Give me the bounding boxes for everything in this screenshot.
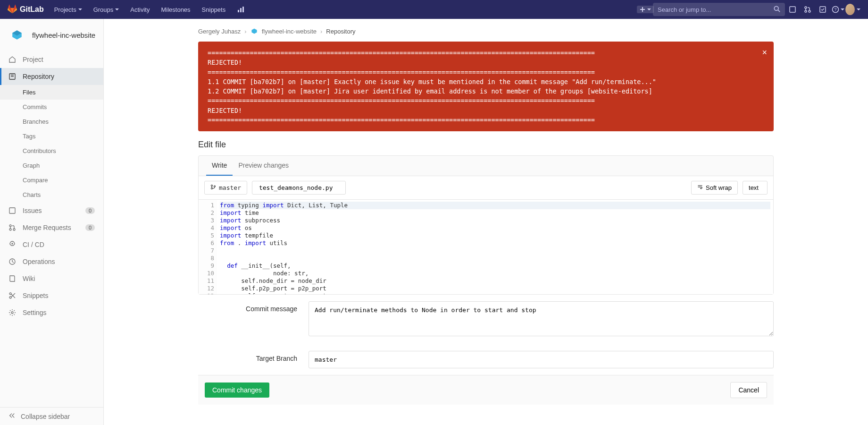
global-search[interactable] xyxy=(653,3,785,16)
sidebar-item-cicd[interactable]: CI / CD xyxy=(0,236,103,253)
nav-milestones[interactable]: Milestones xyxy=(156,0,195,19)
breadcrumb-sep: › xyxy=(244,28,246,35)
nav-snippets[interactable]: Snippets xyxy=(197,0,231,19)
sidebar: flywheel-inc-website Project Repository … xyxy=(0,19,104,425)
svg-rect-1 xyxy=(240,8,242,12)
svg-rect-7 xyxy=(790,7,795,12)
language-label: text xyxy=(749,184,759,191)
sidebar-sub-graph[interactable]: Graph xyxy=(23,158,103,173)
collapse-sidebar-button[interactable]: Collapse sidebar xyxy=(0,407,103,425)
operations-icon xyxy=(8,258,16,265)
sidebar-sub-tags[interactable]: Tags xyxy=(23,129,103,144)
search-icon xyxy=(774,6,780,14)
branch-name: master xyxy=(219,184,241,191)
merge-requests-icon[interactable] xyxy=(800,0,815,19)
sidebar-item-project[interactable]: Project xyxy=(0,51,103,68)
svg-point-19 xyxy=(9,229,11,230)
nav-analytics-icon[interactable] xyxy=(232,0,249,19)
sidebar-item-repository[interactable]: Repository xyxy=(0,68,103,85)
close-icon[interactable]: × xyxy=(762,46,767,59)
sidebar-label: Operations xyxy=(23,258,55,265)
editor-panel: Write Preview changes master Soft wrap xyxy=(198,155,774,295)
rocket-icon xyxy=(8,241,16,248)
sidebar-item-operations[interactable]: Operations xyxy=(0,253,103,270)
chevron-down-icon xyxy=(841,8,844,10)
filename-input[interactable] xyxy=(252,181,346,195)
user-menu[interactable] xyxy=(845,0,860,19)
nav-activity[interactable]: Activity xyxy=(125,0,154,19)
topnav-items: Projects Groups Activity Milestones Snip… xyxy=(50,0,250,19)
tab-write[interactable]: Write xyxy=(206,156,233,176)
chevron-down-icon xyxy=(857,8,860,10)
mrs-count-badge: 0 xyxy=(85,224,95,231)
sidebar-sub-commits[interactable]: Commits xyxy=(23,100,103,114)
sidebar-item-issues[interactable]: Issues0 xyxy=(0,202,103,219)
sidebar-label: Issues xyxy=(23,207,42,214)
brand-text: GitLab xyxy=(20,5,44,14)
sidebar-label: Repository xyxy=(23,73,54,80)
sidebar-sub-contributors[interactable]: Contributors xyxy=(23,144,103,158)
svg-point-24 xyxy=(9,297,11,298)
sidebar-sub-branches[interactable]: Branches xyxy=(23,114,103,129)
commit-message-input[interactable] xyxy=(309,301,774,336)
brand[interactable]: GitLab xyxy=(8,4,44,15)
svg-point-27 xyxy=(211,188,213,189)
project-icon xyxy=(8,26,26,44)
line-gutter: 12345678910111213141516 xyxy=(199,200,217,294)
sidebar-sub-compare[interactable]: Compare xyxy=(23,173,103,187)
cancel-button[interactable]: Cancel xyxy=(730,382,767,398)
softwrap-button[interactable]: Soft wrap xyxy=(691,181,738,195)
chevron-down-icon xyxy=(115,8,119,10)
plus-menu[interactable] xyxy=(638,0,653,19)
nav-label: Groups xyxy=(93,6,114,13)
chevron-down-icon xyxy=(647,8,651,10)
project-name: flywheel-inc-website xyxy=(32,31,95,39)
softwrap-icon xyxy=(697,184,703,191)
help-icon[interactable]: ? xyxy=(830,0,845,19)
chevron-down-icon xyxy=(78,8,82,10)
sidebar-item-snippets[interactable]: Snippets xyxy=(0,287,103,304)
search-input[interactable] xyxy=(658,6,774,13)
commit-changes-button[interactable]: Commit changes xyxy=(205,382,269,398)
svg-point-25 xyxy=(11,312,13,314)
nav-groups[interactable]: Groups xyxy=(89,0,124,19)
sidebar-item-merge-requests[interactable]: Merge Requests0 xyxy=(0,219,103,236)
tab-preview[interactable]: Preview changes xyxy=(233,156,294,176)
sidebar-sub-files[interactable]: Files xyxy=(0,85,103,100)
breadcrumb-project[interactable]: flywheel-inc-website xyxy=(262,28,317,35)
nav-label: Snippets xyxy=(202,6,226,13)
collapse-label: Collapse sidebar xyxy=(21,413,70,420)
page-title: Edit file xyxy=(198,140,774,150)
scissors-icon xyxy=(8,292,16,299)
sidebar-sub-charts[interactable]: Charts xyxy=(23,187,103,202)
sidebar-item-settings[interactable]: Settings xyxy=(0,304,103,321)
repository-icon xyxy=(8,73,16,80)
form-footer: Commit changes Cancel xyxy=(198,375,774,405)
gear-icon xyxy=(8,309,16,316)
nav-projects[interactable]: Projects xyxy=(50,0,87,19)
sidebar-label: Project xyxy=(23,56,43,63)
breadcrumb-user[interactable]: Gergely Juhasz xyxy=(198,28,241,35)
issues-icon[interactable] xyxy=(785,0,800,19)
sidebar-project-header[interactable]: flywheel-inc-website xyxy=(0,19,103,51)
nav-label: Milestones xyxy=(161,6,190,13)
language-dropdown[interactable]: text xyxy=(743,181,768,195)
svg-rect-2 xyxy=(242,7,244,12)
todos-icon[interactable] xyxy=(815,0,830,19)
branch-indicator[interactable]: master xyxy=(204,181,247,195)
code-area[interactable]: from typing import Dict, List, Tupleimpo… xyxy=(217,200,773,294)
svg-point-18 xyxy=(9,225,11,227)
sidebar-label: Snippets xyxy=(23,292,48,299)
svg-point-8 xyxy=(805,7,807,8)
sidebar-item-wiki[interactable]: Wiki xyxy=(0,270,103,287)
code-editor[interactable]: 12345678910111213141516 from typing impo… xyxy=(199,200,773,294)
collapse-icon xyxy=(8,412,15,420)
target-branch-input[interactable] xyxy=(309,351,774,368)
editor-tabs: Write Preview changes xyxy=(199,156,773,176)
top-nav: GitLab Projects Groups Activity Mileston… xyxy=(0,0,868,19)
svg-point-28 xyxy=(214,186,216,187)
sidebar-label: CI / CD xyxy=(23,241,44,248)
main-content: Gergely Juhasz › flywheel-inc-website › … xyxy=(104,19,868,425)
sidebar-repo-submenu: Files Commits Branches Tags Contributors… xyxy=(0,85,103,202)
svg-line-6 xyxy=(778,10,780,12)
